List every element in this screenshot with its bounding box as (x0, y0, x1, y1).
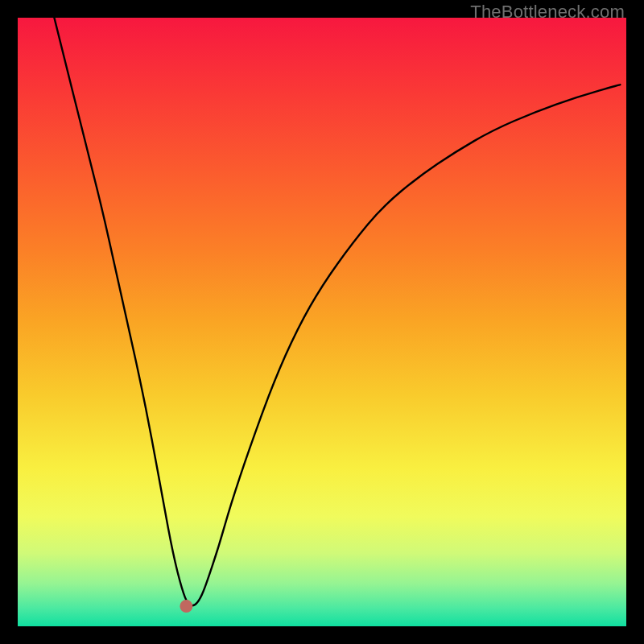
chart-frame (18, 18, 626, 626)
optimal-point-marker (180, 600, 192, 613)
chart-svg (18, 18, 626, 626)
gradient-background (18, 18, 626, 626)
watermark-text: TheBottleneck.com (470, 2, 625, 23)
